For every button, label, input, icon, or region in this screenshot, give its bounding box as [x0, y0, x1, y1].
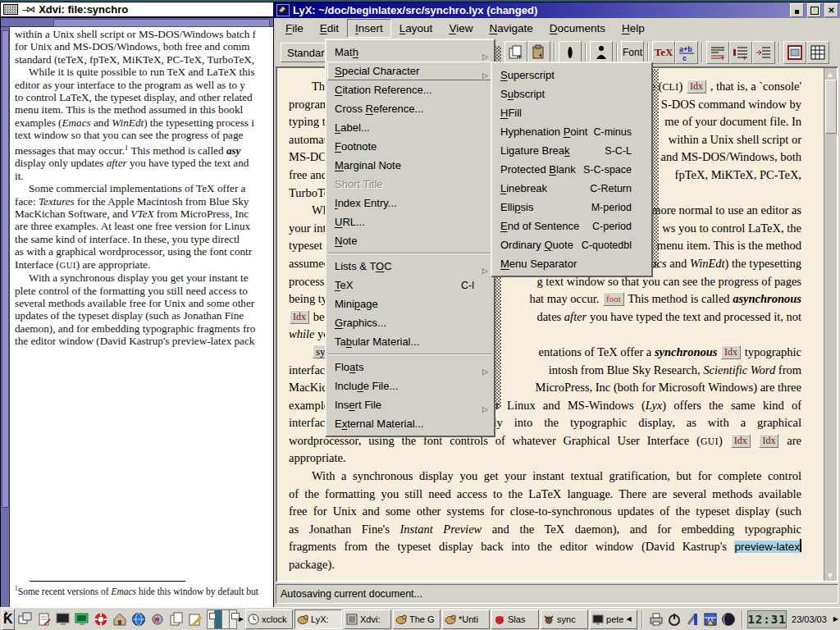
menu-item-hfill[interactable]: HFill — [493, 103, 651, 122]
menu-item-tex[interactable]: TeXC-l — [327, 276, 493, 294]
menubar-item-documents[interactable]: Documents — [541, 19, 614, 38]
menu-item-linebreak[interactable]: LinebreakC-Return — [493, 179, 651, 198]
menubar-item-insert[interactable]: Insert — [347, 19, 391, 38]
menu-item-external-material[interactable]: External Material... — [327, 414, 493, 433]
copy-icon[interactable]: + — [504, 41, 527, 64]
launcher-browser-icon[interactable] — [130, 609, 148, 628]
menu-item-index-entry[interactable]: Index Entry... — [327, 194, 493, 212]
pager-desktop-3[interactable] — [222, 610, 230, 628]
scrollbar-thumb[interactable] — [825, 80, 837, 134]
tex-mode-icon[interactable]: TeX — [652, 41, 675, 64]
menu-item-end-of-sentence[interactable]: End of SentenceC-period — [493, 217, 651, 235]
xdvi-hscroll-thumb[interactable] — [53, 19, 270, 27]
launcher-terminal-dark-icon[interactable] — [54, 609, 73, 628]
menu-item-tabular-material[interactable]: Tabular Material... — [327, 332, 493, 351]
table-icon[interactable] — [806, 41, 829, 64]
xdvi-horizontal-scrollbar[interactable] — [1, 18, 274, 27]
noun-icon[interactable] — [590, 41, 613, 64]
launcher-notes-icon[interactable] — [35, 609, 54, 628]
menu-item-math[interactable]: Math▷ — [327, 43, 493, 62]
menubar-item-file[interactable]: File — [277, 19, 312, 38]
tray-printer-icon[interactable] — [647, 610, 665, 628]
task-button-xclock[interactable]: xclock — [245, 609, 293, 629]
launcher-gear-icon[interactable]: K — [148, 609, 167, 628]
inset-idx-button[interactable]: Idx — [759, 434, 778, 448]
menubar-item-edit[interactable]: Edit — [312, 19, 347, 38]
inset-idx-button[interactable]: Idx — [687, 80, 706, 94]
menu-item-superscript[interactable]: Superscript — [493, 66, 651, 84]
pager-desktop-4[interactable] — [230, 610, 236, 628]
menu-item-url[interactable]: URL... — [327, 212, 493, 231]
menubar-item-view[interactable]: View — [441, 19, 481, 38]
inset-idx-button[interactable]: Idx — [731, 434, 751, 448]
menu-item-citation-reference[interactable]: Citation Reference... — [327, 80, 493, 99]
inset-idx-button[interactable]: Idx — [721, 345, 741, 359]
task-button-unti[interactable]: *Unti — [442, 609, 490, 629]
task-button-theg[interactable]: The G — [393, 609, 441, 629]
depth-icon[interactable] — [752, 41, 775, 64]
lyx-titlebar[interactable]: LyX: ~/doc/beginlatex/src/synchro.lyx (c… — [274, 2, 840, 18]
menu-item-hyphenation-point[interactable]: Hyphenation PointC-minus — [493, 122, 651, 141]
menu-item-graphics[interactable]: Graphics... — [327, 313, 493, 332]
math-icon[interactable]: a+bc — [675, 41, 698, 64]
xdvi-vertical-scrollbar[interactable] — [1, 27, 10, 608]
menu-item-ligature-break[interactable]: Ligature BreakS-C-L — [493, 141, 651, 160]
margin-icon[interactable]: + — [729, 41, 752, 64]
tray-moon-icon[interactable] — [719, 610, 737, 628]
tray-power-icon[interactable] — [665, 610, 683, 628]
emph-icon[interactable] — [559, 41, 582, 64]
menu-item-short-title[interactable]: Short Title — [327, 175, 493, 194]
pager-desktop-1[interactable] — [208, 610, 215, 628]
menu-item-include-file[interactable]: Include File... — [327, 377, 493, 395]
menu-item-special-character[interactable]: Special Character▷ — [327, 62, 493, 80]
paste-icon[interactable] — [527, 41, 550, 64]
task-button-lyx[interactable]: LyX: — [294, 609, 342, 629]
tray-klipper-icon[interactable] — [683, 610, 701, 628]
menu-item-note[interactable]: Note — [327, 231, 493, 250]
close-button[interactable]: ✕ — [824, 3, 838, 17]
menu-item-label[interactable]: Label... — [327, 118, 493, 137]
desktop-pager[interactable] — [207, 609, 237, 629]
tray-organizer-icon[interactable] — [701, 610, 719, 628]
taskbar-clock[interactable]: 12:31 — [747, 610, 787, 628]
pager-desktop-2[interactable] — [215, 610, 222, 628]
minimize-button[interactable] — [790, 3, 804, 17]
menubar-item-layout[interactable]: Layout — [391, 19, 441, 38]
panel-hide-icon[interactable]: ▶ — [833, 610, 838, 628]
footnote-icon[interactable]: + — [706, 41, 729, 64]
launcher-documents-icon[interactable] — [167, 609, 186, 628]
inset-foot-button[interactable]: foot — [603, 292, 624, 306]
task-button-sync[interactable]: sync — [541, 609, 588, 629]
menu-item-floats[interactable]: Floats▷ — [327, 358, 493, 377]
menu-item-marginal-note[interactable]: Marginal Note — [327, 156, 493, 175]
document-scrollbar[interactable]: ▲ ▼ — [824, 68, 837, 581]
inset-idx-button[interactable]: Idx — [290, 310, 309, 324]
iconify-button[interactable] — [3, 4, 18, 15]
font-button[interactable]: Font — [621, 41, 644, 64]
launcher-editor-icon[interactable] — [186, 609, 205, 628]
menu-item-ellipsis[interactable]: EllipsisM-period — [493, 198, 651, 217]
menu-item-subscript[interactable]: Subscript — [493, 84, 651, 103]
menu-item-minipage[interactable]: Minipage — [327, 294, 493, 313]
menu-item-lists-toc[interactable]: Lists & TOC▷ — [327, 257, 493, 276]
menu-item-insert-file[interactable]: Insert File▷ — [327, 395, 493, 414]
menubar-item-navigate[interactable]: Navigate — [481, 19, 541, 38]
task-button-xdvi[interactable]: Xdvi: — [344, 609, 391, 629]
menu-item-ordinary-quote[interactable]: Ordinary QuoteC-quotedbl — [493, 235, 651, 254]
figure-icon[interactable] — [783, 41, 806, 64]
launcher-home-icon[interactable] — [111, 609, 130, 628]
xdvi-titlebar[interactable]: –⋈ Xdvi: file:synchro — [1, 2, 274, 18]
maximize-button[interactable] — [807, 3, 821, 17]
menu-item-footnote[interactable]: Footnote — [327, 137, 493, 156]
launcher-window-list-icon[interactable] — [16, 609, 35, 628]
launcher-konsole-icon[interactable] — [73, 609, 92, 628]
k-menu-button[interactable]: K▲ — [2, 609, 15, 630]
task-button-slas[interactable]: Slas — [491, 609, 539, 629]
launcher-help-icon[interactable] — [92, 609, 111, 628]
scroll-up-icon[interactable]: ▲ — [825, 69, 835, 79]
menu-item-menu-separator[interactable]: Menu Separator — [493, 254, 651, 273]
menu-item-protected-blank[interactable]: Protected BlankS-C-space — [493, 160, 651, 179]
scroll-down-icon[interactable]: ▼ — [825, 570, 835, 580]
menu-item-cross-reference[interactable]: Cross Reference... — [327, 99, 493, 118]
xdvi-vscroll-thumb[interactable] — [2, 30, 9, 508]
